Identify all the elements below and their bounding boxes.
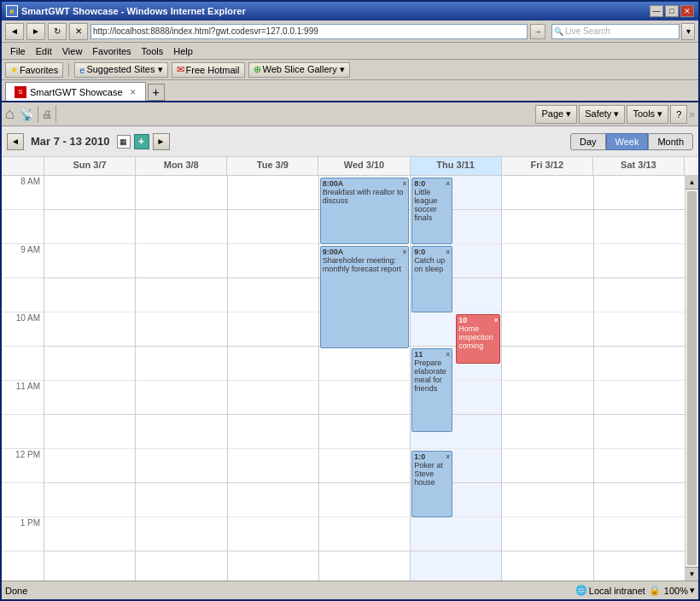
event-catchup[interactable]: 9:0 x Catch up on sleep	[411, 246, 452, 312]
slot[interactable]	[502, 517, 592, 551]
slot[interactable]	[44, 244, 135, 278]
week-view-button[interactable]: Week	[606, 133, 649, 150]
slot[interactable]	[228, 347, 318, 381]
new-tab-button[interactable]: +	[148, 84, 165, 101]
slot[interactable]	[44, 312, 135, 347]
slot[interactable]	[594, 210, 685, 244]
slot[interactable]	[44, 483, 135, 517]
scroll-thumb[interactable]	[687, 191, 697, 565]
print-icon[interactable]: 🖨	[42, 108, 52, 120]
slot[interactable]	[594, 415, 685, 449]
slot[interactable]	[228, 517, 318, 551]
event-close-icon[interactable]: x	[446, 350, 449, 358]
slot[interactable]	[136, 244, 226, 278]
slot[interactable]	[594, 278, 685, 312]
slot[interactable]	[228, 415, 318, 449]
slot[interactable]	[44, 551, 135, 581]
event-close-icon[interactable]: x	[403, 248, 406, 255]
event-poker[interactable]: 1:0 x Poker at Steve house	[411, 451, 452, 517]
add-event-button[interactable]: +	[134, 134, 149, 149]
help-button[interactable]: ?	[670, 105, 687, 124]
slot[interactable]	[228, 449, 318, 483]
slot[interactable]	[594, 449, 685, 483]
slot[interactable]	[319, 415, 410, 449]
slot[interactable]	[502, 551, 592, 581]
slot[interactable]	[136, 312, 226, 347]
event-little-league[interactable]: 8:0 x Little league soccer finals	[411, 178, 452, 244]
slot[interactable]	[228, 278, 318, 312]
prev-button[interactable]: ◄	[7, 133, 24, 150]
slot[interactable]	[319, 449, 410, 483]
slot[interactable]	[136, 449, 226, 483]
tools-button[interactable]: Tools ▾	[627, 105, 668, 124]
feeds-icon[interactable]: 📡	[20, 108, 34, 121]
search-box[interactable]: 🔍 Live Search	[551, 24, 680, 39]
event-shareholder[interactable]: 9:00A x Shareholder meeting: monthly for…	[320, 246, 409, 348]
month-view-button[interactable]: Month	[648, 133, 693, 150]
scroll-up-button[interactable]: ▲	[685, 176, 698, 190]
slot[interactable]	[319, 517, 410, 551]
slot[interactable]	[228, 483, 318, 517]
slot[interactable]	[411, 517, 501, 551]
calendar-scrollbar[interactable]: ▲ ▼	[685, 176, 698, 581]
slot[interactable]	[502, 176, 592, 210]
suggested-sites-button[interactable]: e Suggested Sites ▾	[74, 62, 167, 78]
event-home-inspection[interactable]: 10 x Home inspection coming	[456, 314, 500, 364]
slot[interactable]	[594, 483, 685, 517]
slot[interactable]	[502, 347, 592, 381]
event-close-icon[interactable]: x	[446, 179, 449, 187]
next-button[interactable]: ►	[153, 133, 170, 150]
event-prepare-meal[interactable]: 11 x Prepare elaborate meal for friends	[411, 348, 452, 432]
slot[interactable]	[136, 278, 226, 312]
close-button[interactable]: ✕	[680, 5, 694, 17]
menu-favorites[interactable]: Favorites	[87, 44, 136, 58]
safety-button[interactable]: Safety ▾	[579, 105, 625, 124]
stop-button[interactable]: ✕	[69, 23, 88, 40]
event-breakfast[interactable]: 8:00A x Breakfast with realtor to discus…	[320, 178, 409, 244]
slot[interactable]	[136, 415, 226, 449]
slot[interactable]	[228, 381, 318, 415]
slot[interactable]	[44, 176, 135, 210]
slot[interactable]	[502, 449, 592, 483]
minimize-button[interactable]: —	[650, 5, 663, 17]
page-button[interactable]: Page ▾	[535, 105, 577, 124]
slot[interactable]	[594, 244, 685, 278]
maximize-button[interactable]: □	[665, 5, 679, 17]
refresh-button[interactable]: ↻	[48, 23, 67, 40]
slot[interactable]	[502, 312, 592, 347]
slot[interactable]	[228, 551, 318, 581]
favorites-button[interactable]: ★ Favorites	[5, 62, 63, 78]
slot[interactable]	[136, 347, 226, 381]
slot[interactable]	[136, 517, 226, 551]
tab-close-icon[interactable]: ✕	[130, 88, 137, 96]
slot[interactable]	[319, 381, 410, 415]
slot[interactable]	[594, 176, 685, 210]
day-view-button[interactable]: Day	[570, 133, 606, 150]
forward-button[interactable]: ►	[26, 23, 45, 40]
slot[interactable]	[411, 551, 501, 581]
slot[interactable]	[44, 517, 135, 551]
zoom-area[interactable]: 100% ▾	[664, 585, 695, 596]
zoom-dropdown-icon[interactable]: ▾	[690, 585, 695, 596]
mini-cal-button[interactable]: ▦	[117, 135, 131, 149]
slot[interactable]	[502, 483, 592, 517]
slot[interactable]	[594, 551, 685, 581]
slot[interactable]	[228, 210, 318, 244]
slot[interactable]	[44, 415, 135, 449]
slot[interactable]	[44, 278, 135, 312]
slot[interactable]	[44, 449, 135, 483]
slot[interactable]	[594, 517, 685, 551]
menu-file[interactable]: File	[5, 44, 31, 58]
slot[interactable]	[136, 210, 226, 244]
slot[interactable]	[228, 244, 318, 278]
slot[interactable]	[502, 278, 592, 312]
slot[interactable]	[228, 176, 318, 210]
slot[interactable]	[319, 347, 410, 381]
slot[interactable]	[136, 483, 226, 517]
slot[interactable]	[594, 347, 685, 381]
event-close-icon[interactable]: x	[403, 179, 406, 187]
slot[interactable]	[44, 381, 135, 415]
slot[interactable]	[136, 381, 226, 415]
menu-view[interactable]: View	[57, 44, 88, 58]
slot[interactable]	[319, 551, 410, 581]
